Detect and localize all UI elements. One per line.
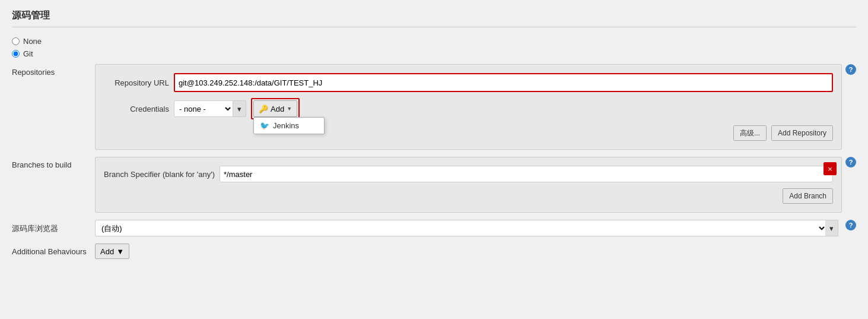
add-btn-label: Add bbox=[271, 105, 284, 113]
add-behaviour-label: Add bbox=[100, 247, 114, 256]
help-icon-text3: ? bbox=[849, 222, 853, 229]
branches-help-icon[interactable]: ? bbox=[845, 157, 856, 168]
help-icon-text2: ? bbox=[849, 159, 853, 166]
page-title: 源码管理 bbox=[12, 10, 856, 27]
repositories-box: Repository URL Credentials - bbox=[95, 64, 842, 150]
repositories-row: Repositories Repository URL bbox=[12, 64, 856, 150]
branches-content: × Branch Specifier (blank for 'any') Add… bbox=[95, 157, 856, 213]
browser-select[interactable]: (自动) bbox=[95, 220, 827, 236]
repositories-section: Repository URL Credentials - bbox=[95, 64, 856, 150]
add-repository-button[interactable]: Add Repository bbox=[771, 125, 833, 141]
behaviours-content: Add ▼ bbox=[95, 244, 856, 259]
branch-specifier-label: Branch Specifier (blank for 'any') bbox=[104, 170, 215, 179]
browser-arrow-icon: ▾ bbox=[829, 224, 834, 233]
branch-actions: Add Branch bbox=[104, 188, 833, 204]
advanced-button[interactable]: 高级... bbox=[733, 125, 767, 141]
delete-icon: × bbox=[828, 165, 832, 173]
browser-select-arrow[interactable]: ▾ bbox=[825, 220, 838, 236]
add-credentials-dropdown: 🐦 Jenkins bbox=[253, 117, 325, 134]
delete-branch-button[interactable]: × bbox=[824, 162, 837, 175]
branches-label: Branches to build bbox=[12, 157, 95, 169]
repositories-label: Repositories bbox=[12, 64, 95, 77]
browser-label: 源码库浏览器 bbox=[12, 220, 95, 234]
add-dropdown-wrapper: 🔑 Add ▼ 🐦 Jenkins bbox=[253, 100, 297, 117]
git-label[interactable]: Git bbox=[23, 49, 33, 58]
jenkins-icon: 🐦 bbox=[260, 121, 269, 130]
browser-content: (自动) ▾ ? bbox=[95, 220, 856, 236]
jenkins-label: Jenkins bbox=[273, 121, 299, 130]
help-icon-text: ? bbox=[849, 66, 853, 73]
credentials-row: Credentials - none - ▾ bbox=[104, 98, 833, 119]
repo-actions: 高级... Add Repository bbox=[104, 125, 833, 141]
git-radio-row: Git bbox=[12, 49, 856, 58]
repo-url-highlight bbox=[174, 73, 833, 92]
behaviours-label: Additional Behaviours bbox=[12, 244, 95, 256]
repositories-content: Repository URL Credentials - bbox=[95, 64, 856, 150]
add-behaviour-button[interactable]: Add ▼ bbox=[95, 244, 129, 259]
credentials-label: Credentials bbox=[104, 105, 169, 113]
behaviours-row: Additional Behaviours Add ▼ bbox=[12, 244, 856, 259]
browser-help-icon[interactable]: ? bbox=[845, 220, 856, 230]
main-content: Repositories Repository URL bbox=[12, 64, 856, 259]
add-btn-arrow-icon: ▼ bbox=[287, 106, 292, 112]
credentials-select[interactable]: - none - bbox=[174, 100, 233, 117]
page-container: 源码管理 None Git Repositories Reposit bbox=[0, 0, 868, 319]
repo-url-label: Repository URL bbox=[104, 78, 169, 87]
branches-section: × Branch Specifier (blank for 'any') Add… bbox=[95, 157, 856, 213]
repositories-help-icon[interactable]: ? bbox=[845, 64, 856, 75]
jenkins-dropdown-item[interactable]: 🐦 Jenkins bbox=[254, 118, 324, 134]
branch-specifier-input[interactable] bbox=[220, 166, 833, 182]
add-branch-button[interactable]: Add Branch bbox=[783, 188, 833, 204]
branches-box: × Branch Specifier (blank for 'any') Add… bbox=[95, 157, 842, 213]
branch-specifier-row: Branch Specifier (blank for 'any') bbox=[104, 166, 833, 182]
none-radio[interactable] bbox=[12, 37, 20, 45]
scm-radio-group: None Git bbox=[12, 37, 856, 58]
branches-row: Branches to build × Branch Specifier (bl… bbox=[12, 157, 856, 213]
browser-row: 源码库浏览器 (自动) ▾ ? bbox=[12, 220, 856, 236]
repo-url-input[interactable] bbox=[175, 74, 832, 91]
add-credentials-button[interactable]: 🔑 Add ▼ bbox=[253, 100, 297, 117]
none-radio-row: None bbox=[12, 37, 856, 46]
add-behaviour-arrow-icon: ▼ bbox=[116, 247, 124, 256]
browser-section: (自动) ▾ ? bbox=[95, 220, 856, 236]
arrow-down-icon: ▾ bbox=[237, 105, 241, 113]
credentials-select-arrow[interactable]: ▾ bbox=[233, 100, 246, 117]
repo-url-row: Repository URL bbox=[104, 73, 833, 92]
add-credentials-highlight: 🔑 Add ▼ 🐦 Jenkins bbox=[251, 98, 300, 119]
git-radio[interactable] bbox=[12, 50, 20, 58]
none-label[interactable]: None bbox=[23, 37, 42, 46]
credentials-select-wrapper: - none - ▾ bbox=[174, 100, 246, 117]
key-icon: 🔑 bbox=[259, 105, 268, 113]
